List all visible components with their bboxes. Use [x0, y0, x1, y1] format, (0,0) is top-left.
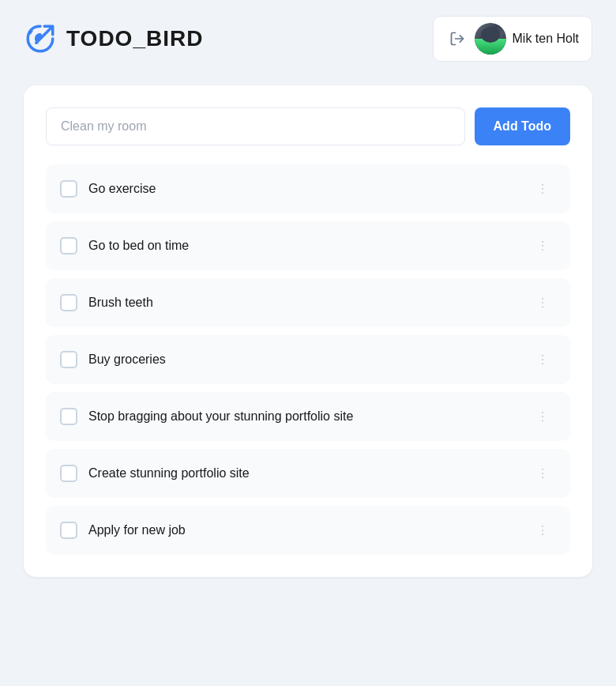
todo-left: Go to bed on time [60, 237, 189, 254]
svg-point-9 [542, 307, 543, 308]
todo-item: Apply for new job [46, 506, 570, 555]
todo-menu-button[interactable] [529, 291, 556, 315]
todo-text: Go to bed on time [88, 239, 189, 253]
todo-text: Stop bragging about your stunning portfo… [88, 409, 353, 424]
todo-item: Stop bragging about your stunning portfo… [46, 392, 570, 441]
todo-text: Create stunning portfolio site [88, 466, 250, 481]
todo-item: Go exercise [46, 164, 570, 213]
svg-point-17 [542, 473, 543, 474]
todo-checkbox[interactable] [60, 180, 77, 198]
svg-point-18 [542, 477, 543, 479]
todo-menu-button[interactable] [529, 177, 556, 201]
ellipsis-icon [535, 466, 550, 481]
add-todo-button[interactable]: Add Todo [475, 107, 570, 145]
svg-point-14 [542, 416, 543, 417]
todo-left: Go exercise [60, 180, 156, 198]
svg-point-5 [542, 245, 543, 247]
bird-icon [24, 22, 57, 55]
ellipsis-icon [535, 409, 550, 424]
svg-point-20 [542, 530, 543, 531]
todo-text: Apply for new job [88, 523, 186, 537]
todo-text: Go exercise [88, 182, 156, 196]
todo-text: Buy groceries [88, 352, 166, 367]
add-todo-row: Add Todo [46, 107, 570, 145]
svg-point-10 [542, 355, 543, 356]
svg-point-11 [542, 359, 543, 360]
svg-point-6 [542, 250, 543, 251]
ellipsis-icon [535, 352, 550, 367]
todo-checkbox[interactable] [60, 351, 77, 368]
todo-menu-button[interactable] [529, 234, 556, 258]
app-container: TODO_BIRD Mik ten Holt Add Todo [0, 0, 616, 577]
todo-list: Go exercise Go to bed on time [46, 164, 570, 555]
todo-menu-button[interactable] [529, 405, 556, 428]
svg-point-2 [542, 188, 543, 190]
todo-checkbox[interactable] [60, 522, 77, 539]
todo-item: Create stunning portfolio site [46, 449, 570, 498]
todo-input[interactable] [46, 107, 465, 145]
logout-icon [449, 31, 465, 47]
todo-left: Apply for new job [60, 522, 186, 539]
ellipsis-icon [535, 182, 550, 196]
todo-menu-button[interactable] [529, 348, 556, 371]
svg-point-4 [542, 241, 543, 243]
user-area: Mik ten Holt [433, 16, 592, 62]
todo-left: Stop bragging about your stunning portfo… [60, 408, 353, 425]
todo-checkbox[interactable] [60, 408, 77, 425]
svg-point-1 [542, 184, 543, 186]
todo-item: Brush teeth [46, 278, 570, 327]
todo-left: Create stunning portfolio site [60, 465, 250, 482]
svg-point-16 [542, 469, 543, 470]
todo-left: Brush teeth [60, 294, 153, 311]
logo-text: TODO_BIRD [66, 26, 203, 51]
user-name-label: Mik ten Holt [513, 32, 579, 46]
app-header: TODO_BIRD Mik ten Holt [0, 0, 616, 77]
svg-point-3 [542, 193, 543, 194]
todo-item: Buy groceries [46, 335, 570, 384]
ellipsis-icon [535, 239, 550, 253]
ellipsis-icon [535, 523, 550, 537]
svg-point-8 [542, 302, 543, 303]
avatar-image [475, 23, 506, 55]
todo-left: Buy groceries [60, 351, 166, 368]
svg-point-13 [542, 412, 543, 413]
logo: TODO_BIRD [24, 22, 203, 55]
logout-button[interactable] [446, 28, 468, 50]
todo-checkbox[interactable] [60, 465, 77, 482]
avatar [475, 23, 506, 55]
todo-item: Go to bed on time [46, 221, 570, 270]
svg-point-19 [542, 526, 543, 527]
svg-point-21 [542, 534, 543, 536]
svg-point-12 [542, 364, 543, 365]
todo-menu-button[interactable] [529, 518, 556, 542]
svg-point-7 [542, 298, 543, 300]
main-card: Add Todo Go exercise Go to bed on time [24, 85, 592, 577]
todo-checkbox[interactable] [60, 237, 77, 254]
todo-menu-button[interactable] [529, 462, 556, 485]
todo-text: Brush teeth [88, 296, 153, 310]
ellipsis-icon [535, 296, 550, 310]
todo-checkbox[interactable] [60, 294, 77, 311]
svg-point-15 [542, 420, 543, 422]
